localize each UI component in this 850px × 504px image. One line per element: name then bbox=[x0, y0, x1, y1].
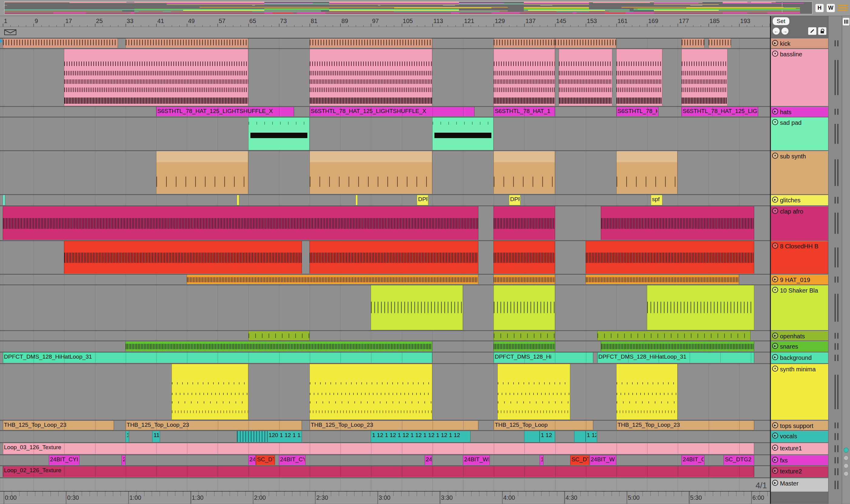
fold-down-icon[interactable]: ▼ bbox=[772, 242, 778, 249]
clip[interactable]: 24BIT_W bbox=[590, 455, 617, 465]
panel-toggle-button[interactable] bbox=[843, 18, 849, 25]
clip[interactable]: 24BIT_WH bbox=[463, 455, 490, 465]
track-header-background[interactable]: ▶background bbox=[771, 353, 828, 363]
clip[interactable] bbox=[681, 38, 705, 48]
track-header-8-closedhh-b[interactable]: ▼8 ClosedHH B bbox=[771, 241, 828, 274]
fold-down-icon[interactable]: ▼ bbox=[772, 287, 778, 293]
track-header-master[interactable]: ▶Master bbox=[771, 478, 828, 491]
clip[interactable] bbox=[493, 331, 555, 340]
clip[interactable]: S6STHTL_78_HAT_125_LIG bbox=[681, 107, 758, 116]
clip[interactable] bbox=[681, 49, 728, 106]
clip[interactable] bbox=[187, 275, 478, 284]
track-header-10-shaker-bla[interactable]: ▼10 Shaker Bla bbox=[771, 285, 828, 330]
clip[interactable]: 24BIT_CYI bbox=[279, 455, 306, 465]
clip[interactable]: 24BIT_CYI bbox=[681, 455, 705, 465]
fold-down-icon[interactable]: ▼ bbox=[772, 152, 778, 159]
track-header-fxs[interactable]: ▶fxs bbox=[771, 455, 828, 465]
clip[interactable] bbox=[493, 206, 555, 240]
clip[interactable]: 1 12 bbox=[586, 431, 597, 442]
fold-right-icon[interactable]: ▶ bbox=[772, 480, 778, 486]
clip[interactable] bbox=[524, 431, 540, 442]
clip[interactable] bbox=[3, 38, 118, 48]
clip[interactable] bbox=[310, 364, 432, 419]
clip[interactable] bbox=[237, 195, 240, 205]
draw-mode-button[interactable] bbox=[808, 27, 816, 35]
track-header-clap-afro[interactable]: ▼clap afro bbox=[771, 206, 828, 240]
lock-button[interactable] bbox=[818, 27, 826, 35]
clip[interactable] bbox=[237, 431, 267, 442]
track-header-texture2[interactable]: ▶texture2 bbox=[771, 466, 828, 478]
clip[interactable] bbox=[493, 151, 555, 194]
clip[interactable]: 24 bbox=[248, 455, 256, 465]
time-ruler[interactable]: 0:000:301:001:302:002:303:003:304:004:30… bbox=[0, 491, 770, 504]
clip[interactable] bbox=[493, 285, 555, 330]
clip[interactable] bbox=[559, 49, 612, 106]
arrangement-overview[interactable] bbox=[4, 1, 812, 14]
clip[interactable] bbox=[3, 206, 478, 240]
track-header-9-hat-019[interactable]: ▶9 HAT_019 bbox=[771, 275, 828, 284]
clip[interactable] bbox=[493, 241, 555, 273]
fold-right-icon[interactable]: ▶ bbox=[772, 40, 778, 46]
fold-right-icon[interactable]: ▶ bbox=[772, 276, 778, 282]
clip[interactable]: Loop_03_126_Texture bbox=[3, 443, 754, 454]
clip[interactable] bbox=[493, 341, 555, 352]
clip[interactable] bbox=[310, 38, 432, 48]
clip[interactable]: 24BIT_CYI bbox=[49, 455, 80, 465]
track-header-sub-synth[interactable]: ▼sub synth bbox=[771, 151, 828, 194]
clip[interactable] bbox=[125, 38, 248, 48]
track-lane-fxs[interactable]: 24BIT_CYI224SC_DT24BIT_CYI24BI24BIT_WH1S… bbox=[0, 455, 770, 465]
clip[interactable]: 24BI bbox=[425, 455, 432, 465]
clip[interactable] bbox=[647, 285, 754, 330]
track-lane-vocals[interactable]: 111120 1 12 1 121 12 1 12 1 12 1 12 1 12… bbox=[0, 431, 770, 442]
clip[interactable]: SC_DT bbox=[256, 455, 275, 465]
bar-ruler[interactable]: 1917253341495765738189971051131211291371… bbox=[0, 16, 770, 27]
track-header-snares[interactable]: ▶snares bbox=[771, 341, 828, 352]
clip[interactable]: THB_125_Top_Loop_23 bbox=[3, 421, 114, 430]
clip[interactable] bbox=[616, 49, 662, 106]
clip[interactable]: 1 bbox=[125, 431, 129, 442]
clip[interactable]: S6STHTL_78_H bbox=[616, 107, 658, 116]
fold-down-icon[interactable]: ▼ bbox=[772, 365, 778, 372]
window-button[interactable]: W bbox=[827, 4, 835, 12]
fold-right-icon[interactable]: ▶ bbox=[772, 445, 778, 451]
clip[interactable] bbox=[125, 341, 432, 352]
rail-badge-icon[interactable] bbox=[844, 471, 849, 476]
clip[interactable]: THB_125_Top_Loop bbox=[493, 421, 593, 430]
track-header-tops-support[interactable]: ▶tops support bbox=[771, 421, 828, 430]
track-lane-9-hat-019[interactable] bbox=[0, 275, 770, 284]
clip[interactable] bbox=[493, 49, 555, 106]
clip[interactable] bbox=[601, 206, 754, 240]
fold-right-icon[interactable]: ▶ bbox=[772, 343, 778, 349]
track-lane-bassline[interactable] bbox=[0, 49, 770, 106]
clip[interactable] bbox=[493, 275, 555, 284]
clip[interactable] bbox=[3, 195, 5, 205]
clip[interactable] bbox=[64, 241, 301, 273]
clip[interactable]: spf bbox=[651, 195, 662, 205]
track-header-bassline[interactable]: ▼bassline bbox=[771, 49, 828, 106]
fold-right-icon[interactable]: ▶ bbox=[772, 332, 778, 339]
track-header-glitches[interactable]: ▶glitches bbox=[771, 195, 828, 205]
rail-badge-icon[interactable] bbox=[844, 448, 849, 452]
track-lane-snares[interactable] bbox=[0, 341, 770, 352]
track-header-vocals[interactable]: ▶vocals bbox=[771, 431, 828, 442]
clip[interactable] bbox=[708, 38, 731, 48]
clip[interactable]: S6STHTL_78_HAT_1 bbox=[493, 107, 555, 116]
track-header-kick[interactable]: ▶kick bbox=[771, 38, 828, 48]
clip[interactable] bbox=[586, 275, 739, 284]
clip[interactable]: 120 1 12 1 12 bbox=[267, 431, 302, 442]
track-lane-background[interactable]: DPFCT_DMS_128_HiHatLoop_31DPFCT_DMS_128_… bbox=[0, 353, 770, 363]
fold-right-icon[interactable]: ▶ bbox=[772, 108, 778, 114]
clip[interactable] bbox=[498, 364, 570, 419]
clip[interactable]: SC_DT bbox=[570, 455, 589, 465]
clip[interactable] bbox=[310, 49, 432, 106]
track-lane-texture2[interactable]: Loop_02_126_Texture bbox=[0, 466, 770, 478]
clip[interactable]: DPFC bbox=[417, 195, 428, 205]
track-header-hats[interactable]: ▶hats bbox=[771, 107, 828, 116]
clip[interactable] bbox=[597, 331, 750, 340]
loop-marker-icon[interactable] bbox=[4, 30, 16, 35]
clip[interactable]: 2 bbox=[122, 455, 125, 465]
track-lane-sad-pad[interactable] bbox=[0, 118, 770, 150]
track-lane-clap-afro[interactable] bbox=[0, 206, 770, 240]
clip[interactable] bbox=[601, 341, 754, 352]
clip[interactable]: DPFCT_DMS_128_Hi bbox=[493, 353, 593, 363]
